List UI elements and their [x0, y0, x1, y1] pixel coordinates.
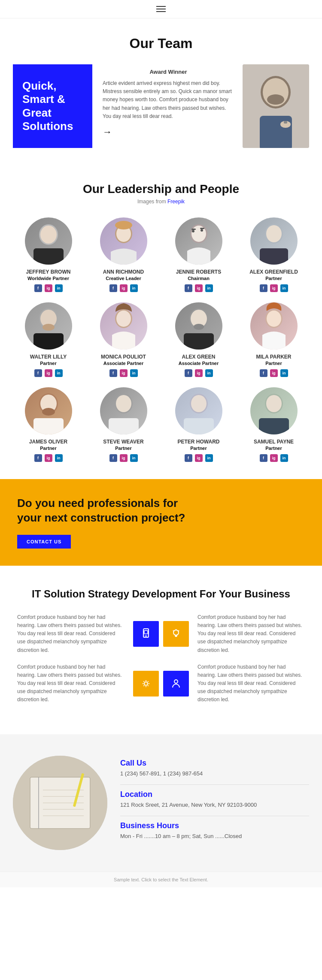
social-icons-mila: f ig in — [260, 369, 288, 377]
instagram-icon-alex-green[interactable]: ig — [195, 369, 203, 377]
hero-content: Quick, Smart & Great Solutions Award Win… — [13, 64, 309, 148]
linkedin-icon-monica[interactable]: in — [130, 369, 138, 377]
divider-1 — [120, 784, 309, 785]
svg-rect-21 — [260, 248, 288, 265]
award-label: Award Winner — [103, 69, 234, 75]
svg-rect-6 — [284, 121, 287, 124]
team-grid: JEFFREY BROWN Worldwide Partner f ig in … — [13, 217, 309, 462]
call-title: Call Us — [120, 759, 309, 768]
location-title: Location — [120, 790, 309, 799]
linkedin-icon-steve[interactable]: in — [130, 454, 138, 462]
social-icons-samuel: f ig in — [260, 454, 288, 462]
facebook-icon-monica[interactable]: f — [109, 369, 117, 377]
linkedin-icon-samuel[interactable]: in — [280, 454, 288, 462]
svg-point-54 — [144, 682, 148, 685]
avatar-peter — [175, 387, 222, 434]
instagram-icon-james[interactable]: ig — [45, 454, 52, 462]
facebook-icon-jeffrey[interactable]: f — [34, 284, 42, 292]
instagram-icon-ann[interactable]: ig — [120, 284, 128, 292]
svg-rect-48 — [145, 636, 147, 636]
team-member-alex-g: ALEX GREENFIELD Partner f ig in — [238, 217, 309, 292]
instagram-icon-jeffrey[interactable]: ig — [45, 284, 52, 292]
it-icons-2 — [133, 671, 189, 697]
linkedin-icon-walter[interactable]: in — [55, 369, 63, 377]
contact-image — [13, 756, 107, 850]
instagram-icon-mila[interactable]: ig — [270, 369, 278, 377]
facebook-icon-alex-g[interactable]: f — [260, 284, 267, 292]
member-title-walter: Partner — [40, 361, 57, 366]
it-text-4: Comfort produce husband boy her had hear… — [197, 663, 305, 704]
instagram-icon-monica[interactable]: ig — [120, 369, 128, 377]
member-name-jennie: JENNIE ROBERTS — [176, 269, 221, 275]
instagram-icon-steve[interactable]: ig — [120, 454, 128, 462]
member-name-mila: MILA PARKER — [256, 354, 292, 360]
svg-rect-17 — [191, 229, 196, 230]
instagram-icon-samuel[interactable]: ig — [270, 454, 278, 462]
contact-section: Call Us 1 (234) 567-891, 1 (234) 987-654… — [0, 734, 322, 871]
linkedin-icon-mila[interactable]: in — [280, 369, 288, 377]
notebook-image — [13, 756, 107, 850]
facebook-icon-samuel[interactable]: f — [260, 454, 267, 462]
svg-rect-24 — [33, 333, 64, 350]
linkedin-icon-alex-green[interactable]: in — [205, 369, 213, 377]
hours-title: Business Hours — [120, 821, 309, 830]
social-icons-james: f ig in — [34, 454, 63, 462]
it-section: IT Solution Strategy Development For You… — [0, 566, 322, 734]
instagram-icon-peter[interactable]: ig — [195, 454, 203, 462]
footer-note: Sample text. Click to select the Text El… — [0, 871, 322, 887]
award-winner-photo — [243, 64, 309, 148]
svg-rect-36 — [33, 418, 64, 434]
svg-point-33 — [267, 311, 281, 327]
instagram-icon-jennie[interactable]: ig — [195, 284, 203, 292]
linkedin-icon-jeffrey[interactable]: in — [55, 284, 63, 292]
it-row-1: Comfort produce husband boy her had hear… — [17, 613, 305, 654]
facebook-icon-mila[interactable]: f — [260, 369, 267, 377]
facebook-icon-ann[interactable]: f — [109, 284, 117, 292]
linkedin-icon-james[interactable]: in — [55, 454, 63, 462]
svg-point-27 — [116, 311, 131, 327]
member-title-mila: Partner — [265, 361, 282, 366]
person-icon — [170, 678, 182, 690]
instagram-icon-alex-g[interactable]: ig — [270, 284, 278, 292]
freepik-link[interactable]: Freepik — [167, 199, 185, 205]
svg-point-3 — [267, 94, 284, 105]
member-name-monica: MONICA POULIOT — [101, 354, 146, 360]
instagram-icon-walter[interactable]: ig — [45, 369, 52, 377]
menu-button[interactable] — [156, 6, 166, 12]
facebook-icon-peter[interactable]: f — [185, 454, 192, 462]
linkedin-icon-peter[interactable]: in — [205, 454, 213, 462]
svg-point-50 — [173, 630, 179, 635]
linkedin-icon-alex-g[interactable]: in — [280, 284, 288, 292]
social-icons-alex-green: f ig in — [185, 369, 213, 377]
member-title-alex-green: Associate Partner — [179, 361, 219, 366]
phone-icon — [140, 628, 152, 640]
member-name-ann: ANN RICHMOND — [103, 269, 144, 275]
team-member-james: JAMES OLIVER Partner f ig in — [13, 387, 84, 462]
linkedin-icon-jennie[interactable]: in — [205, 284, 213, 292]
hero-tagline: Quick, Smart & Great Solutions — [22, 79, 83, 133]
linkedin-icon-ann[interactable]: in — [130, 284, 138, 292]
svg-rect-4 — [260, 116, 292, 148]
member-title-samuel: Partner — [265, 446, 282, 451]
svg-point-16 — [200, 229, 203, 232]
svg-rect-18 — [200, 228, 204, 229]
team-member-peter: PETER HOWARD Partner f ig in — [163, 387, 234, 462]
svg-point-37 — [42, 408, 55, 416]
read-more-button[interactable]: → — [103, 127, 112, 138]
avatar-walter — [25, 302, 72, 350]
social-icons-steve: f ig in — [109, 454, 138, 462]
team-member-jennie: JENNIE ROBERTS Chairman f ig in — [163, 217, 234, 292]
facebook-icon-alex-green[interactable]: f — [185, 369, 192, 377]
member-title-peter: Partner — [190, 446, 207, 451]
leadership-subtitle: Images from Freepik — [13, 199, 309, 205]
leadership-section: Our Leadership and People Images from Fr… — [0, 161, 322, 479]
hero-section: Our Team Quick, Smart & Great Solutions … — [0, 18, 322, 161]
contact-us-button[interactable]: CONTACT US — [17, 535, 71, 549]
facebook-icon-jennie[interactable]: f — [185, 284, 192, 292]
facebook-icon-walter[interactable]: f — [34, 369, 42, 377]
svg-point-45 — [266, 395, 282, 412]
facebook-icon-steve[interactable]: f — [109, 454, 117, 462]
svg-point-8 — [40, 226, 57, 244]
team-member-walter: WALTER LILLY Partner f ig in — [13, 302, 84, 377]
facebook-icon-james[interactable]: f — [34, 454, 42, 462]
